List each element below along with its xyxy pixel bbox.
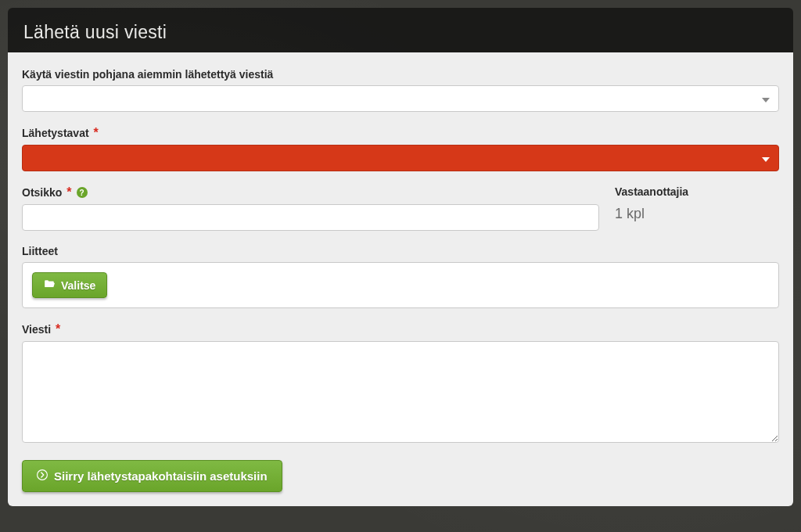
subject-label: Otsikko — [22, 186, 62, 199]
next-settings-button[interactable]: Siirry lähetystapakohtaisiin asetuksiin — [22, 460, 282, 492]
panel-header: Lähetä uusi viesti — [8, 8, 793, 52]
attachments-box: Valitse — [22, 262, 779, 308]
template-select[interactable] — [22, 85, 779, 112]
template-label: Käytä viestin pohjana aiemmin lähetettyä… — [22, 68, 273, 81]
message-group: Viesti * — [22, 322, 779, 446]
recipients-group: Vastaanottajia 1 kpl — [615, 185, 779, 231]
required-mark: * — [56, 322, 60, 336]
attachments-label: Liitteet — [22, 245, 58, 257]
message-form-panel: Lähetä uusi viesti Käytä viestin pohjana… — [8, 8, 793, 506]
choose-file-button[interactable]: Valitse — [32, 272, 107, 298]
arrow-right-icon — [37, 469, 48, 483]
required-mark: * — [66, 185, 71, 200]
delivery-label: Lähetystavat — [22, 127, 89, 139]
panel-body: Käytä viestin pohjana aiemmin lähetettyä… — [8, 52, 793, 506]
subject-recipients-row: Otsikko * ? Vastaanottajia 1 kpl — [22, 185, 779, 231]
attachments-group: Liitteet Valitse — [22, 245, 779, 308]
svg-point-0 — [38, 470, 48, 480]
message-textarea[interactable] — [22, 341, 779, 443]
message-label: Viesti — [22, 323, 51, 336]
delivery-select[interactable] — [22, 145, 779, 171]
required-mark: * — [94, 126, 99, 140]
choose-file-label: Valitse — [61, 279, 95, 292]
recipients-count: 1 kpl — [615, 203, 779, 222]
next-settings-label: Siirry lähetystapakohtaisiin asetuksiin — [54, 469, 268, 483]
folder-open-icon — [44, 279, 55, 292]
page-title: Lähetä uusi viesti — [23, 22, 778, 43]
template-group: Käytä viestin pohjana aiemmin lähetettyä… — [22, 68, 779, 112]
delivery-group: Lähetystavat * — [22, 126, 779, 171]
subject-group: Otsikko * ? — [22, 185, 599, 231]
recipients-label: Vastaanottajia — [615, 185, 688, 198]
subject-input[interactable] — [22, 204, 599, 231]
help-icon[interactable]: ? — [77, 187, 88, 198]
